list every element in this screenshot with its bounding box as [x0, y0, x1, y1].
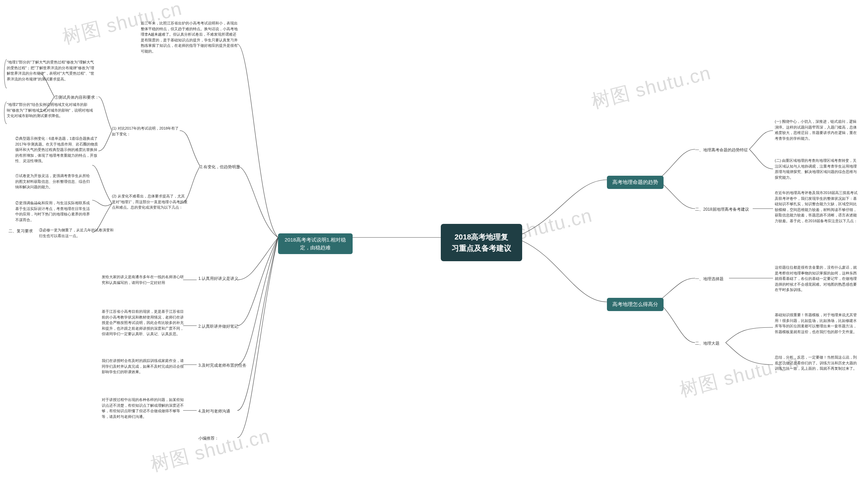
left-b1a-leaf1: "地理1"部分的"了解大气的受热过程"修改为"理解大气的受热过程"；把"了解世界…	[7, 59, 95, 82]
left-c2-leaf: 基于江苏省小高考目前的现状，更是基于江苏省目前的小高考教学状况和教材使用情况，老…	[102, 309, 185, 337]
left-c1-leaf: 发给大家的讲义是南通市多年在一线的名师潜心研究和认真编写的，请同学们一定好好用	[102, 274, 185, 285]
left-b2-leaf3: ③必修一更为侧重了，从近几年的试卷演变和衍生也可以看出这一点。	[39, 227, 117, 238]
left-b2-leaf2: ②更强调生活化和应用，与生活实际相联系或基于生活实际设计考点，考查地理在日常生活…	[15, 200, 93, 223]
left-b1b-leaf: ②典型题示例变化：6道单选题，1道综合题换成了2017年学测真题。在关于地质作用…	[15, 136, 98, 164]
right-b2-leaf2: 总结，分析，反思，一定要做！当然我这么说，到底怎么做还是看你们的了。训练方法和历…	[775, 354, 860, 371]
right-b2-label[interactable]: 二、地理大题	[695, 340, 719, 346]
center-topic[interactable]: 2018高考地理复习重点及备考建议	[441, 224, 522, 261]
left-c1-label[interactable]: 1.认真用好讲义是讲义	[198, 275, 238, 282]
right-a2-label[interactable]: 二、2018届地理高考备考建议	[695, 206, 749, 212]
right-b-branch[interactable]: 高考地理怎么得高分	[607, 298, 664, 311]
right-a2-leaf: 在近年的地理高考评卷及我市2018届高三摸底考试及联考评卷中，我们发现学生的整体…	[775, 190, 860, 224]
left-branch-main[interactable]: 2018高考考试说明1.相对稳定，由稳趋难	[278, 233, 353, 254]
left-c4-leaf: 对于讲授过程中出现的各种各样的问题，如某些知识点还不清楚，有些知识点了解或理解的…	[102, 397, 185, 419]
right-b1-label[interactable]: 一、地理选择题	[695, 276, 724, 282]
left-b1a-leaf2: "地理2"部分的"结合实例说明地域文化对城市的影响"修改为"了解地域文化对城市的…	[7, 102, 95, 119]
left-c4-label[interactable]: 4.及时与老师沟通	[198, 408, 230, 414]
left-a-text: 近三年来，比照江苏省出炉的小高考考试说明和小，表现出整体平稳的特点，但又趋于难的…	[141, 20, 239, 54]
left-c5-label: 小编推荐：	[198, 435, 219, 441]
left-b2-title: (2) 从变化不难看出，总体要求提高了，尤其是对"地理1"，而这部分一直是地理小…	[112, 193, 188, 210]
left-b2-leaf1: ①试卷更为开放灵活，更强调考查学生从所给的图文材料获取信息、分析整理信息、综合归…	[15, 173, 93, 190]
left-b1-title: (1) 对比2017年的考试说明，2018年有了如下变化：	[112, 126, 180, 137]
left-b1a-label: ①测试具体内容和要求：	[54, 94, 99, 100]
watermark: 树图 shutu.cn	[148, 423, 273, 478]
right-b2-leaf1: 基础知识很重要！答题模板，对于地理来说尤其管用！很多问题，比如盐场，比如渔场，比…	[775, 312, 860, 334]
right-a-branch[interactable]: 高考地理命题的趋势	[607, 176, 664, 189]
right-a1-label[interactable]: 一、地理高考命题的趋势特征	[695, 147, 748, 153]
left-c3-label[interactable]: 3.及时完成老师布置的任务	[198, 362, 246, 368]
left-b2-label: 二、复习要求	[8, 228, 33, 234]
left-c2-label[interactable]: 2.认真听讲并做好笔记	[198, 323, 238, 329]
left-c3-leaf: 我们在讲授时会有及时的跟踪训练或家庭作业，请同学们及时并认真完成，如果不及时完成…	[102, 358, 185, 375]
left-b-label[interactable]: 2.有变化，但趋势明显	[200, 164, 240, 170]
right-a1-leaf1: (一) 围绕中心，小切入，深推进，链式追问，逻辑演绎。这样的试题问题窄而深，入题…	[775, 119, 860, 141]
right-b1-leaf: 这些题往往都是很有含金量的，没有什么废话，就是考察你对地理事物的知识掌握的如何，…	[775, 265, 860, 293]
watermark: 树图 shutu.cn	[589, 60, 714, 115]
right-a1-leaf2: (二) 由重区域地理的考查向地理区域考查转变，关注区域认知与人地协调观，注重考查…	[775, 158, 860, 180]
